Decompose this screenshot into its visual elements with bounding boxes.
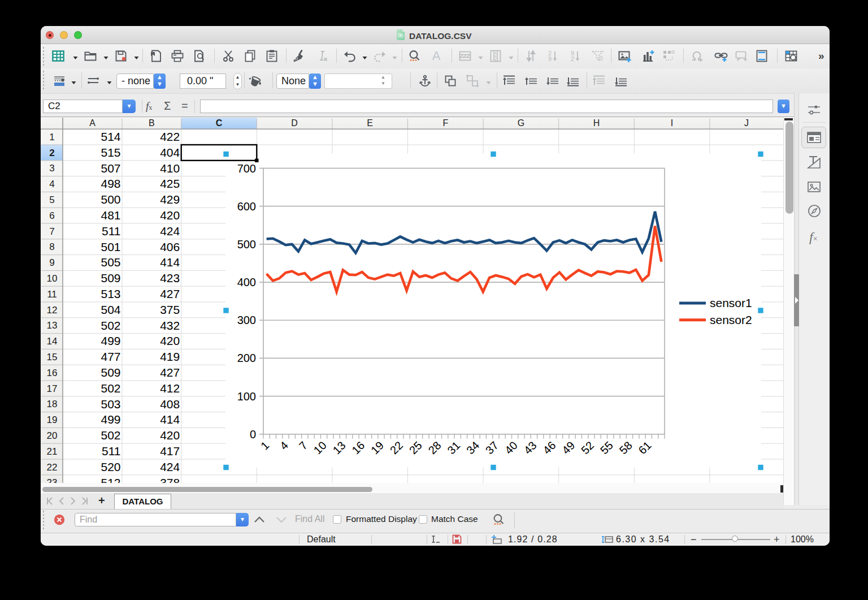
svg-text:420: 420 xyxy=(160,429,180,442)
svg-text:378: 378 xyxy=(160,476,180,483)
svg-text:G: G xyxy=(518,118,524,128)
svg-text:J: J xyxy=(744,118,749,128)
svg-text:404: 404 xyxy=(160,145,180,158)
svg-text:429: 429 xyxy=(160,193,180,206)
svg-text:sensor1: sensor1 xyxy=(710,296,752,309)
svg-text:A: A xyxy=(432,49,441,63)
svg-text:499: 499 xyxy=(101,334,120,347)
svg-text:18: 18 xyxy=(47,399,58,409)
svg-text:15: 15 xyxy=(47,352,58,362)
svg-text:505: 505 xyxy=(101,256,120,269)
svg-text:E: E xyxy=(367,118,373,128)
svg-text:503: 503 xyxy=(101,397,120,410)
svg-text:514: 514 xyxy=(101,130,120,143)
svg-text:22: 22 xyxy=(47,461,58,472)
svg-text:D: D xyxy=(291,118,298,128)
svg-text:500: 500 xyxy=(237,238,256,250)
svg-text:498: 498 xyxy=(101,177,120,190)
svg-text:509: 509 xyxy=(101,366,120,379)
svg-text:502: 502 xyxy=(101,318,120,331)
svg-text:513: 513 xyxy=(101,287,120,300)
svg-text:0: 0 xyxy=(250,428,256,440)
svg-text:H: H xyxy=(593,118,600,128)
svg-text:375: 375 xyxy=(160,303,180,316)
svg-text:12: 12 xyxy=(47,304,58,315)
svg-text:19: 19 xyxy=(47,415,58,425)
svg-text:11: 11 xyxy=(47,288,57,299)
svg-text:13: 13 xyxy=(47,320,58,331)
svg-text:8: 8 xyxy=(49,241,54,252)
svg-text:504: 504 xyxy=(101,303,120,316)
svg-text:515: 515 xyxy=(101,145,120,158)
svg-text:477: 477 xyxy=(101,350,120,363)
svg-text:5: 5 xyxy=(49,195,54,205)
svg-text:4: 4 xyxy=(49,179,54,189)
svg-text:6: 6 xyxy=(49,210,54,221)
svg-text:511: 511 xyxy=(102,224,120,237)
svg-text:427: 427 xyxy=(160,366,180,379)
svg-text:16: 16 xyxy=(47,367,58,378)
svg-text:500: 500 xyxy=(101,193,120,206)
svg-text:600: 600 xyxy=(237,200,256,212)
svg-text:14: 14 xyxy=(47,336,58,347)
svg-text:3: 3 xyxy=(49,163,54,174)
svg-text:499: 499 xyxy=(101,413,120,426)
svg-text:sensor2: sensor2 xyxy=(710,313,752,326)
svg-text:C: C xyxy=(216,118,223,128)
svg-text:420: 420 xyxy=(160,334,180,347)
svg-text:300: 300 xyxy=(237,314,256,326)
svg-text:412: 412 xyxy=(160,381,180,394)
svg-text:0: 0 xyxy=(600,55,603,62)
svg-text:424: 424 xyxy=(160,460,180,473)
svg-text:502: 502 xyxy=(101,429,120,442)
svg-text:2: 2 xyxy=(49,147,54,158)
svg-text:A: A xyxy=(89,118,96,128)
svg-text:424: 424 xyxy=(160,224,180,237)
svg-text:414: 414 xyxy=(160,256,180,269)
svg-text:419: 419 xyxy=(160,350,180,363)
svg-text:408: 408 xyxy=(160,397,180,410)
svg-text:511: 511 xyxy=(102,444,120,457)
svg-text:520: 520 xyxy=(101,460,120,473)
svg-text:423: 423 xyxy=(160,271,180,284)
svg-text:422: 422 xyxy=(160,130,180,143)
svg-text:417: 417 xyxy=(160,444,180,457)
svg-text:1: 1 xyxy=(49,131,54,142)
svg-text:10: 10 xyxy=(47,273,58,284)
svg-text:420: 420 xyxy=(160,209,180,222)
svg-text:700: 700 xyxy=(237,162,256,174)
svg-text:100: 100 xyxy=(237,390,256,402)
svg-text:427: 427 xyxy=(160,287,180,300)
svg-text:406: 406 xyxy=(160,240,180,253)
svg-text:509: 509 xyxy=(101,271,120,284)
svg-text:414: 414 xyxy=(160,413,180,426)
svg-text:432: 432 xyxy=(160,318,180,331)
svg-text:481: 481 xyxy=(101,209,120,222)
svg-text:9: 9 xyxy=(49,257,54,268)
svg-text:I: I xyxy=(671,118,673,128)
svg-text:400: 400 xyxy=(237,276,256,288)
svg-text:7: 7 xyxy=(49,226,54,236)
svg-text:21: 21 xyxy=(47,446,58,456)
svg-text:502: 502 xyxy=(101,381,120,394)
svg-text:20: 20 xyxy=(47,430,58,441)
svg-text:2: 2 xyxy=(571,55,574,62)
svg-text:9: 9 xyxy=(548,55,552,62)
svg-text:23: 23 xyxy=(47,477,58,483)
svg-text:501: 501 xyxy=(101,240,120,253)
svg-text:B: B xyxy=(149,118,155,128)
svg-text:425: 425 xyxy=(160,177,180,190)
svg-text:200: 200 xyxy=(237,352,256,364)
svg-text:F: F xyxy=(442,118,448,128)
svg-text:410: 410 xyxy=(160,161,180,174)
svg-text:17: 17 xyxy=(47,383,58,394)
svg-text:512: 512 xyxy=(101,476,120,483)
svg-text:507: 507 xyxy=(101,161,120,174)
